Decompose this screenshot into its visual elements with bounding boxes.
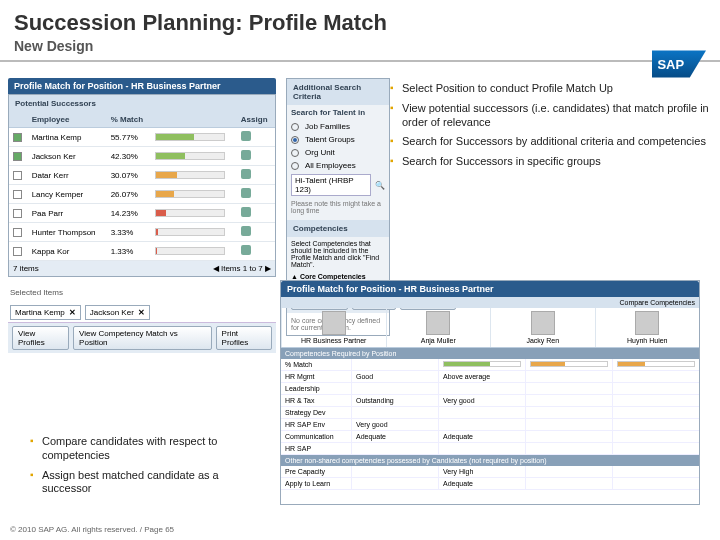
assign-icon[interactable] bbox=[241, 188, 251, 198]
selected-pill: Jackson Ker✕ bbox=[85, 305, 150, 320]
match-pct: 26.07% bbox=[107, 185, 151, 204]
table-row[interactable]: Martina Kemp 55.77% bbox=[9, 128, 275, 147]
compare-row: HR MgmtGoodAbove average bbox=[281, 371, 699, 383]
radio[interactable] bbox=[291, 162, 299, 170]
employee-name: Lancy Kemper bbox=[28, 185, 107, 204]
bullet-item: Compare candidates with respect to compe… bbox=[30, 435, 260, 463]
compare-header: Profile Match for Position - HR Business… bbox=[281, 281, 699, 297]
assign-icon[interactable] bbox=[241, 150, 251, 160]
checkbox[interactable] bbox=[13, 247, 22, 256]
section-required: Competencies Required by Position bbox=[281, 348, 699, 359]
note: Please note this might take a long time bbox=[287, 198, 389, 216]
compare-panel: Profile Match for Position - HR Business… bbox=[280, 280, 700, 505]
table-row[interactable]: Jackson Ker 42.30% bbox=[9, 147, 275, 166]
compare-row: HR & TaxOutstandingVery good bbox=[281, 395, 699, 407]
match-pct: 30.07% bbox=[107, 166, 151, 185]
compare-person: Huynh Huien bbox=[595, 308, 700, 347]
bullet-item: Assign best matched candidate as a succe… bbox=[30, 469, 260, 497]
assign-icon[interactable] bbox=[241, 169, 251, 179]
comp-text: Select Competencies that should be inclu… bbox=[287, 237, 389, 271]
checkbox[interactable] bbox=[13, 190, 22, 199]
assign-icon[interactable] bbox=[241, 131, 251, 141]
match-pct: 14.23% bbox=[107, 204, 151, 223]
table-row[interactable]: Paa Parr 14.23% bbox=[9, 204, 275, 223]
sap-logo: SAP bbox=[652, 50, 706, 78]
employee-name: Paa Parr bbox=[28, 204, 107, 223]
radio-label: All Employees bbox=[305, 161, 356, 170]
print-profiles-button[interactable]: Print Profiles bbox=[216, 326, 272, 350]
additional-criteria-head: Additional Search Criteria bbox=[293, 83, 383, 101]
compare-row: Strategy Dev bbox=[281, 407, 699, 419]
checkbox[interactable] bbox=[13, 171, 22, 180]
employee-name: Jackson Ker bbox=[28, 147, 107, 166]
match-pct: 1.33% bbox=[107, 242, 151, 261]
radio[interactable] bbox=[291, 149, 299, 157]
employee-name: Martina Kemp bbox=[28, 128, 107, 147]
table-row[interactable]: Lancy Kemper 26.07% bbox=[9, 185, 275, 204]
checkbox[interactable] bbox=[13, 152, 22, 161]
view-profiles-button[interactable]: View Profiles bbox=[12, 326, 69, 350]
compare-row: Pre CapacityVery High bbox=[281, 466, 699, 478]
assign-icon[interactable] bbox=[241, 207, 251, 217]
table-row[interactable]: Kappa Kor 1.33% bbox=[9, 242, 275, 261]
radio-label: Org Unit bbox=[305, 148, 335, 157]
group-input[interactable]: Hi-Talent (HRBP 123) bbox=[291, 174, 371, 196]
compare-row: Apply to LearnAdequate bbox=[281, 478, 699, 490]
avatar bbox=[531, 311, 555, 335]
toolbar: View Profiles View Competency Match vs P… bbox=[8, 322, 276, 353]
page-subtitle: New Design bbox=[0, 38, 720, 60]
compare-row: HR SAP EnvVery good bbox=[281, 419, 699, 431]
checkbox[interactable] bbox=[13, 209, 22, 218]
match-pct: 55.77% bbox=[107, 128, 151, 147]
selected-label: Selected Items bbox=[8, 284, 276, 301]
avatar bbox=[635, 311, 659, 335]
radio-label: Job Families bbox=[305, 122, 350, 131]
table-row[interactable]: Datar Kerr 30.07% bbox=[9, 166, 275, 185]
table-row[interactable]: Hunter Thompson 3.33% bbox=[9, 223, 275, 242]
compare-title: Compare Competencies bbox=[620, 299, 695, 306]
compare-person: Jacky Ren bbox=[490, 308, 595, 347]
employee-name: Datar Kerr bbox=[28, 166, 107, 185]
pager: 7 items ◀ Items 1 to 7 ▶ bbox=[9, 261, 275, 276]
radio-label: Talent Groups bbox=[305, 135, 355, 144]
bottom-bullets: Compare candidates with respect to compe… bbox=[30, 435, 260, 502]
divider bbox=[0, 60, 720, 62]
competencies-head: Competencies bbox=[293, 224, 348, 233]
avatar bbox=[322, 311, 346, 335]
avatar bbox=[426, 311, 450, 335]
search-label: Search for Talent in bbox=[287, 105, 389, 120]
match-pct: 42.30% bbox=[107, 147, 151, 166]
compare-person: Anja Muller bbox=[386, 308, 491, 347]
assign-icon[interactable] bbox=[241, 245, 251, 255]
search-icon[interactable]: 🔍 bbox=[375, 181, 385, 190]
compare-person: HR Business Partner bbox=[281, 308, 386, 347]
radio[interactable] bbox=[291, 123, 299, 131]
potential-successors-head: Potential Successors bbox=[15, 99, 96, 108]
page-title: Succession Planning: Profile Match bbox=[0, 0, 720, 38]
employee-name: Kappa Kor bbox=[28, 242, 107, 261]
section-other: Other non-shared competencies possessed … bbox=[281, 455, 699, 466]
match-pct: 3.33% bbox=[107, 223, 151, 242]
selected-pill: Martina Kemp✕ bbox=[10, 305, 81, 320]
close-icon[interactable]: ✕ bbox=[69, 308, 76, 317]
compare-row: Leadership bbox=[281, 383, 699, 395]
assign-icon[interactable] bbox=[241, 226, 251, 236]
panel-header: Profile Match for Position - HR Business… bbox=[8, 78, 276, 94]
radio[interactable] bbox=[291, 136, 299, 144]
compare-row: CommunicationAdequateAdequate bbox=[281, 431, 699, 443]
close-icon[interactable]: ✕ bbox=[138, 308, 145, 317]
footer: © 2010 SAP AG. All rights reserved. / Pa… bbox=[10, 525, 174, 534]
employee-name: Hunter Thompson bbox=[28, 223, 107, 242]
checkbox[interactable] bbox=[13, 133, 22, 142]
compare-row: HR SAP bbox=[281, 443, 699, 455]
svg-text:SAP: SAP bbox=[657, 57, 684, 72]
successors-table: Employee % Match Assign Martina Kemp 55.… bbox=[9, 112, 275, 261]
view-competency-button[interactable]: View Competency Match vs Position bbox=[73, 326, 212, 350]
checkbox[interactable] bbox=[13, 228, 22, 237]
